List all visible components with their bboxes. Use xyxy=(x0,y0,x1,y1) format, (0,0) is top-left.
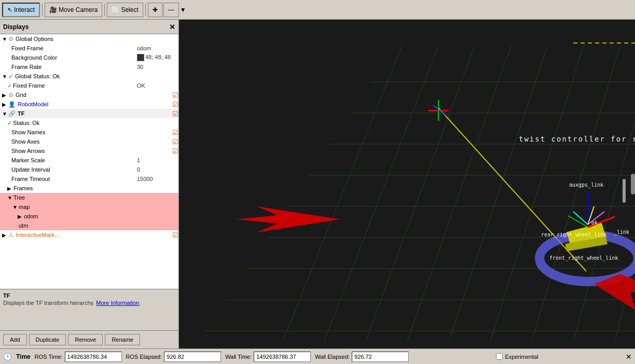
marker-scale-value: 1 xyxy=(137,157,178,163)
ros-elapsed-input[interactable] xyxy=(164,352,221,362)
ros-time-label: ROS Time: xyxy=(35,354,63,360)
rename-button[interactable]: Rename xyxy=(105,334,140,345)
toggle-tree[interactable]: ▼ xyxy=(7,195,12,201)
wall-time-label: Wall Time: xyxy=(225,354,252,360)
check-icon-2: ✓ xyxy=(7,82,12,89)
robotmodel-checkbox[interactable]: ☑ xyxy=(172,101,178,108)
remove-tool-button[interactable]: — xyxy=(163,3,179,17)
svg-text:ok: ok xyxy=(591,220,598,226)
interact-button[interactable]: ↖ Interact xyxy=(2,3,40,17)
gear-icon: ⚙ xyxy=(8,36,13,43)
resize-handle[interactable] xyxy=(631,174,635,194)
toggle-odom[interactable]: ▶ xyxy=(18,214,23,219)
dropdown-icon[interactable]: ▼ xyxy=(180,6,186,13)
move-camera-button[interactable]: 🎥 Move Camera xyxy=(45,3,102,17)
toolbar-divider-3 xyxy=(145,4,146,16)
tree-row[interactable]: ▶ odom xyxy=(0,212,178,221)
displays-title: Displays xyxy=(3,23,29,31)
main-layout: Displays ✕ ▼ ⚙ Global Options Fixed Fram… xyxy=(0,20,635,348)
add-tool-button[interactable]: ✚ xyxy=(148,3,162,17)
tree-row[interactable]: ▼ 🔗 TF ☑ xyxy=(0,109,178,118)
more-info-link[interactable]: More Information xyxy=(96,300,139,306)
tf-status-label: Status: Ok xyxy=(12,120,178,126)
displays-tree[interactable]: ▼ ⚙ Global Options Fixed Frame odom Back… xyxy=(0,34,178,289)
tree-row[interactable]: Frame Timeout 15000 xyxy=(0,174,178,184)
tree-row[interactable]: ▼ ✓ Global Status: Ok xyxy=(0,72,178,81)
tf-icon: 🔗 xyxy=(8,110,16,117)
svg-rect-0 xyxy=(179,20,635,348)
toggle-map[interactable]: ▼ xyxy=(12,204,18,210)
tree-row[interactable]: ▶ ⚠ InteractiveMark... ☑ xyxy=(0,230,178,240)
show-axes-checkbox[interactable]: ☑ xyxy=(172,138,178,146)
grid-label: Grid xyxy=(15,92,172,98)
toggle-robotmodel[interactable]: ▶ xyxy=(2,102,7,107)
svg-text:_link: _link xyxy=(614,229,629,235)
wall-elapsed-input[interactable] xyxy=(352,352,409,362)
time-title: Time xyxy=(16,353,31,360)
ros-time-input[interactable] xyxy=(65,352,122,362)
tree-row[interactable]: ✓ Fixed Frame OK xyxy=(0,81,178,90)
canvas-area: twist controller for robot auxgps_link r… xyxy=(179,20,635,348)
tree-row[interactable]: Show Arrows ☑ xyxy=(0,146,178,156)
utm-label: utm xyxy=(18,222,178,229)
time-close-button[interactable]: ✕ xyxy=(626,353,632,361)
fixed-frame-ok-value: OK xyxy=(137,82,178,89)
show-names-checkbox[interactable]: ☑ xyxy=(172,129,178,136)
toggle-tf[interactable]: ▼ xyxy=(2,111,7,117)
frame-timeout-value: 15000 xyxy=(137,176,178,182)
3d-view[interactable]: twist controller for robot auxgps_link r… xyxy=(179,20,635,348)
remove-button[interactable]: Remove xyxy=(68,334,103,345)
color-swatch[interactable] xyxy=(137,54,144,61)
toggle-global-status[interactable]: ▼ xyxy=(2,74,7,79)
tree-row[interactable]: Update Interval 0 xyxy=(0,165,178,174)
tree-row[interactable]: ✓ Status: Ok xyxy=(0,118,178,128)
add-button[interactable]: Add xyxy=(3,334,27,345)
fixed-frame-label: Fixed Frame xyxy=(10,45,137,51)
bg-color-value: 48; 48; 48 xyxy=(137,54,178,61)
buttons-panel: Add Duplicate Remove Rename xyxy=(0,330,178,348)
svg-text:twist  controller  for  robot: twist controller for robot xyxy=(519,135,635,143)
tree-row[interactable]: Marker Scale 1 xyxy=(0,156,178,165)
select-icon: ⬜ xyxy=(112,6,119,13)
tree-row[interactable]: utm xyxy=(0,221,178,230)
select-label: Select xyxy=(121,6,138,13)
tree-row[interactable]: ▶ Frames xyxy=(0,184,178,193)
map-label: map xyxy=(18,204,178,210)
duplicate-button[interactable]: Duplicate xyxy=(29,334,66,345)
tree-row[interactable]: Show Axes ☑ xyxy=(0,137,178,146)
displays-close-button[interactable]: ✕ xyxy=(169,23,175,31)
tf-checkbox[interactable]: ☑ xyxy=(172,110,178,118)
select-button[interactable]: ⬜ Select xyxy=(107,3,143,17)
toggle-global-options[interactable]: ▼ xyxy=(2,36,7,42)
marker-scale-label: Marker Scale xyxy=(10,157,137,163)
tree-row[interactable]: ▼ Tree xyxy=(0,193,178,202)
wall-time-input[interactable] xyxy=(254,352,311,362)
show-arrows-checkbox[interactable]: ☑ xyxy=(172,147,178,155)
toggle-frames[interactable]: ▶ xyxy=(7,186,12,191)
grid-checkbox[interactable]: ☑ xyxy=(172,91,178,99)
warning-icon: ⚠ xyxy=(8,232,13,239)
tree-row[interactable]: Background Color 48; 48; 48 xyxy=(0,53,178,62)
toggle-interactive[interactable]: ▶ xyxy=(2,232,7,238)
wall-time-group: Wall Time: xyxy=(225,352,311,362)
tree-row[interactable]: ▼ map xyxy=(0,202,178,212)
tree-row[interactable]: Frame Rate 30 xyxy=(0,62,178,72)
tree-row[interactable]: ▶ ⚙ Grid ☑ xyxy=(0,90,178,100)
robot-icon: 👤 xyxy=(8,101,16,108)
tree-row[interactable]: Fixed Frame odom xyxy=(0,44,178,53)
robotmodel-label: RobotModel xyxy=(17,101,172,107)
time-bar: 🕐 Time ROS Time: ROS Elapsed: Wall Time:… xyxy=(0,348,635,364)
toolbar-divider xyxy=(42,4,43,16)
toggle-grid[interactable]: ▶ xyxy=(2,92,7,98)
wall-elapsed-group: Wall Elapsed: xyxy=(315,352,409,362)
show-axes-label: Show Axes xyxy=(10,138,172,145)
experimental-checkbox[interactable] xyxy=(496,353,503,360)
toolbar: ↖ Interact 🎥 Move Camera ⬜ Select ✚ — ▼ xyxy=(0,0,635,20)
tree-row[interactable]: ▶ 👤 RobotModel ☑ xyxy=(0,100,178,109)
tree-row[interactable]: Show Names ☑ xyxy=(0,128,178,137)
clock-icon: 🕐 xyxy=(3,353,12,361)
frames-label: Frames xyxy=(12,185,178,191)
interactive-mark-checkbox[interactable]: ☑ xyxy=(172,231,178,239)
tf-label: TF xyxy=(17,110,172,117)
tree-row[interactable]: ▼ ⚙ Global Options xyxy=(0,34,178,44)
